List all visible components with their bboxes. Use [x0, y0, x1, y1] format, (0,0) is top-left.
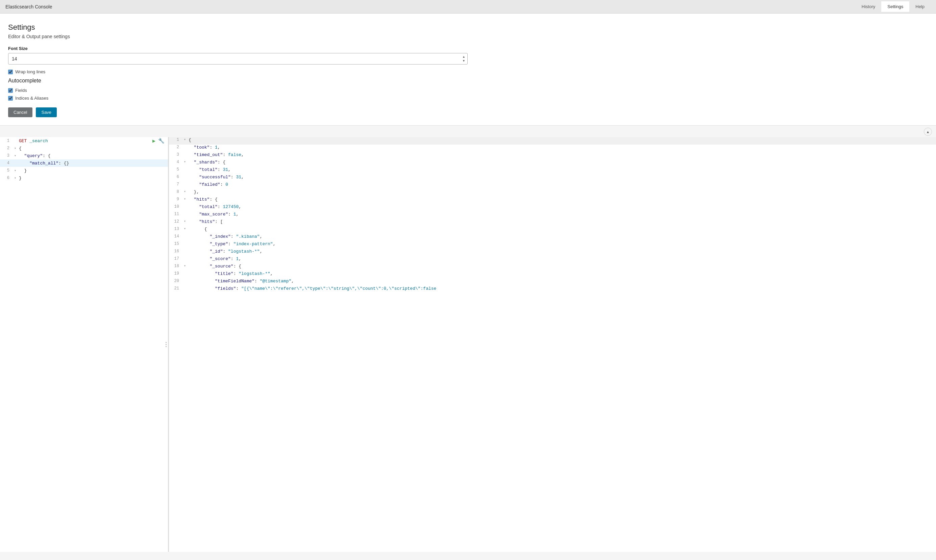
font-size-field-wrapper: ▲ ▼ [8, 53, 468, 65]
left-editor-pane[interactable]: 1 GET _search ▶ 🔧 2 ▾ { 3 ▾ "query": { [0, 137, 169, 552]
line-fold-2[interactable]: ▾ [13, 146, 18, 150]
cancel-button[interactable]: Cancel [8, 108, 32, 117]
output-line-15: 15 "_type": "index-pattern", [169, 241, 936, 249]
collapse-bar: ▲ [0, 126, 936, 137]
editor-line-3: 3 ▾ "query": { [0, 152, 168, 159]
font-size-input[interactable] [8, 53, 468, 65]
output-line-4: 4 ▾ "_shards": { [169, 159, 936, 167]
indices-aliases-checkbox[interactable] [8, 96, 13, 101]
line-num-5: 5 [0, 168, 13, 173]
editor-line-2: 2 ▾ { [0, 145, 168, 152]
output-line-1: 1 ▾ { [169, 137, 936, 145]
output-line-10: 10 "total": 127450, [169, 204, 936, 211]
output-line-14: 14 "_index": ".kibana", [169, 234, 936, 241]
nav-settings[interactable]: Settings [881, 2, 909, 12]
divider-dot [166, 346, 166, 347]
line-num-4: 4 [0, 161, 13, 166]
spinner-up-button[interactable]: ▲ [461, 55, 466, 59]
play-button[interactable]: ▶ [152, 138, 155, 144]
settings-panel: Settings Editor & Output pane settings F… [0, 14, 936, 126]
line-num-6: 6 [0, 175, 13, 180]
output-line-19: 19 "title": "logstash-*", [169, 271, 936, 278]
autocomplete-title: Autocomplete [8, 78, 928, 84]
indices-aliases-label[interactable]: Indices & Aliases [15, 95, 48, 101]
editor-line-5: 5 ▾ } [0, 167, 168, 174]
output-line-3: 3 "timed_out": false, [169, 152, 936, 159]
spinner-down-button[interactable]: ▼ [461, 59, 466, 63]
line-fold-3[interactable]: ▾ [13, 154, 18, 158]
output-line-11: 11 "max_score": 1, [169, 211, 936, 219]
line-fold-6[interactable]: ▾ [13, 176, 18, 180]
divider-dot [166, 342, 166, 343]
line-content-3: "query": { [18, 153, 168, 158]
output-line-7: 7 "failed": 0 [169, 182, 936, 189]
output-line-2: 2 "took": 1, [169, 145, 936, 152]
line-content-6: } [18, 175, 168, 181]
fields-checkbox-row: Fields [8, 88, 928, 93]
app-title: Elasticsearch Console [5, 4, 856, 9]
right-output-pane[interactable]: 1 ▾ { 2 "took": 1, 3 "timed_out": false,… [169, 137, 936, 552]
output-line-9: 9 ▾ "hits": { [169, 197, 936, 204]
nav-history[interactable]: History [856, 2, 881, 12]
output-line-18: 18 ▾ "_source": { [169, 263, 936, 271]
output-line-6: 6 "successful": 31, [169, 174, 936, 182]
topbar-nav: History Settings Help [856, 2, 931, 12]
editor-area: 1 GET _search ▶ 🔧 2 ▾ { 3 ▾ "query": { [0, 137, 936, 552]
editor-line-1: 1 GET _search ▶ 🔧 [0, 137, 168, 145]
spinner-buttons: ▲ ▼ [461, 55, 466, 63]
pane-divider[interactable] [164, 341, 168, 349]
output-line-21: 21 "fields": "[{\"name\":\"referer\",\"t… [169, 286, 936, 293]
action-buttons: Cancel Save [8, 108, 928, 117]
line-1-actions: ▶ 🔧 [152, 138, 168, 144]
indices-aliases-checkbox-row: Indices & Aliases [8, 95, 928, 101]
line-fold-5[interactable]: ▾ [13, 169, 18, 172]
wrap-long-lines-row: Wrap long lines [8, 69, 928, 74]
fields-checkbox[interactable] [8, 88, 13, 93]
line-content-4: "match_all": {} [18, 161, 168, 166]
line-num-3: 3 [0, 153, 13, 158]
output-line-17: 17 "_score": 1, [169, 256, 936, 263]
wrench-icon[interactable]: 🔧 [158, 138, 165, 144]
wrap-long-lines-label[interactable]: Wrap long lines [15, 69, 45, 74]
save-button[interactable]: Save [36, 108, 57, 117]
line-num-2: 2 [0, 146, 13, 151]
left-pane-content: 1 GET _search ▶ 🔧 2 ▾ { 3 ▾ "query": { [0, 137, 168, 182]
line-num-1: 1 [0, 138, 13, 143]
wrap-long-lines-checkbox[interactable] [8, 69, 13, 74]
right-pane-content: 1 ▾ { 2 "took": 1, 3 "timed_out": false,… [169, 137, 936, 293]
settings-subtitle: Editor & Output pane settings [8, 34, 928, 39]
fields-label[interactable]: Fields [15, 88, 27, 93]
nav-help[interactable]: Help [909, 2, 931, 12]
font-size-label: Font Size [8, 46, 928, 51]
settings-title: Settings [8, 23, 928, 32]
output-line-8: 8 ▾ }, [169, 189, 936, 197]
line-content-1: GET _search [18, 138, 152, 143]
output-line-16: 16 "_id": "logstash-*", [169, 249, 936, 256]
editor-line-6: 6 ▾ } [0, 174, 168, 182]
output-line-13: 13 ▾ { [169, 226, 936, 234]
line-content-5: } [18, 168, 168, 173]
editor-line-4: 4 "match_all": {} [0, 159, 168, 167]
topbar: Elasticsearch Console History Settings H… [0, 0, 936, 14]
output-line-20: 20 "timeFieldName": "@timestamp", [169, 278, 936, 286]
collapse-button[interactable]: ▲ [924, 128, 932, 136]
output-line-12: 12 ▾ "hits": [ [169, 219, 936, 226]
collapse-up-icon: ▲ [926, 130, 930, 134]
line-content-2: { [18, 146, 168, 151]
output-line-5: 5 "total": 31, [169, 167, 936, 174]
divider-dot [166, 344, 166, 345]
